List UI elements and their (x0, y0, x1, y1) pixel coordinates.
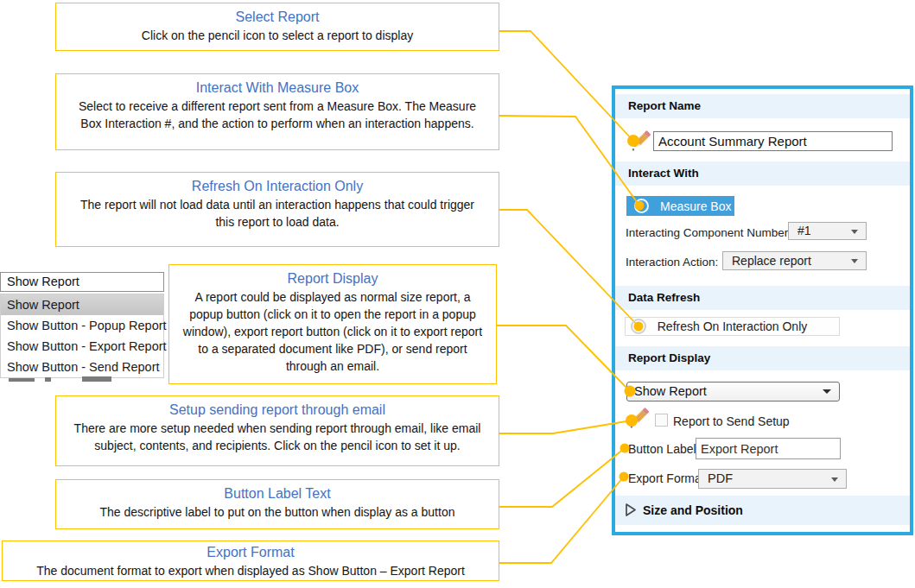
section-header-report-display: Report Display (615, 346, 910, 370)
pencil-icon[interactable] (630, 128, 653, 151)
size-and-position-label: Size and Position (643, 503, 743, 517)
connector-line (499, 477, 624, 563)
callout-title: Setup sending report through email (61, 402, 493, 418)
callout-title: Refresh On Interaction Only (61, 179, 493, 194)
report-display-combo-list: Show Report Show Button - Popup Report S… (0, 294, 164, 378)
callout-select-report: Select Report Click on the pencil icon t… (55, 3, 499, 51)
callout-body: Select to receive a different report sen… (56, 98, 499, 132)
pencil-icon[interactable] (628, 405, 651, 428)
clipped-text-fragment (9, 378, 35, 382)
connector-line (497, 326, 630, 391)
size-and-position-expander[interactable]: Size and Position (615, 496, 910, 525)
list-item-popup-report[interactable]: Show Button - Popup Report (1, 315, 163, 336)
callout-setup-email: Setup sending report through email There… (55, 395, 499, 466)
interacting-component-number-label: Interacting Component Number: (626, 226, 791, 239)
report-to-send-setup-label: Report to Send Setup (673, 414, 790, 428)
chevron-down-icon (851, 230, 858, 234)
callout-button-label-text: Button Label Text The descriptive label … (55, 479, 499, 529)
report-display-select[interactable]: Show Report (626, 382, 840, 401)
selected-value: Replace report (732, 254, 811, 268)
selected-value: PDF (708, 471, 733, 485)
report-name-input[interactable] (653, 131, 893, 151)
button-label-input[interactable] (696, 438, 841, 459)
callout-title: Button Label Text (61, 486, 493, 502)
chevron-down-icon (823, 389, 831, 394)
callout-body: Click on the pencil icon to select a rep… (56, 27, 499, 44)
report-to-send-setup-checkbox[interactable] (655, 414, 668, 427)
callout-title: Select Report (61, 9, 493, 25)
list-item-export-report[interactable]: Show Button - Export Report (1, 336, 163, 357)
callout-body: The document format to export when displ… (3, 562, 499, 579)
chevron-down-icon (851, 259, 858, 263)
callout-body: There are more setup needed when sending… (56, 420, 499, 454)
radio-circle-icon (634, 199, 649, 213)
annotated-report-settings-screenshot: Select Report Click on the pencil icon t… (0, 0, 915, 588)
report-settings-panel: Report Name Interact With Measure Box In… (612, 85, 913, 535)
callout-body: The report will not load data until an i… (56, 196, 499, 231)
chevron-down-icon (831, 477, 838, 482)
section-header-report-name: Report Name (615, 94, 910, 118)
connector-line (499, 448, 625, 507)
callout-report-display: Report Display A report could be display… (168, 264, 497, 384)
selected-value: #1 (797, 224, 811, 237)
callout-refresh-on-interaction: Refresh On Interaction Only The report w… (55, 172, 499, 247)
refresh-on-interaction-only-toggle[interactable]: Refresh On Interaction Only (625, 317, 840, 336)
clipped-text-fragment (45, 377, 51, 382)
measure-box-label: Measure Box (660, 199, 731, 213)
selected-value: Show Report (634, 384, 707, 398)
expander-triangle-icon (624, 503, 638, 517)
section-header-data-refresh: Data Refresh (615, 286, 910, 310)
button-label-label: Button Label (628, 442, 696, 456)
list-item-send-report[interactable]: Show Button - Send Report (1, 357, 163, 377)
callout-title: Report Display (175, 271, 491, 287)
interacting-component-number-select[interactable]: #1 (788, 222, 867, 240)
callout-body: The descriptive label to put on the butt… (56, 503, 499, 521)
interaction-action-select[interactable]: Replace report (722, 251, 867, 270)
callout-body: A report could be displayed as normal si… (169, 288, 496, 375)
callout-title: Export Format (8, 545, 493, 560)
list-item-show-report[interactable]: Show Report (1, 294, 163, 315)
interact-with-measure-box-option[interactable]: Measure Box (626, 196, 734, 216)
report-display-combo-closed[interactable]: Show Report (0, 272, 164, 292)
export-format-label: Export Format (628, 471, 705, 485)
export-format-select[interactable]: PDF (698, 469, 847, 489)
callout-interact-with-measure-box: Interact With Measure Box Select to rece… (55, 73, 499, 150)
interaction-action-label: Interaction Action: (626, 256, 718, 269)
callout-export-format: Export Format The document format to exp… (2, 541, 499, 581)
callout-title: Interact With Measure Box (61, 80, 493, 96)
clipped-text-fragment (82, 376, 111, 382)
section-header-interact-with: Interact With (615, 161, 910, 186)
